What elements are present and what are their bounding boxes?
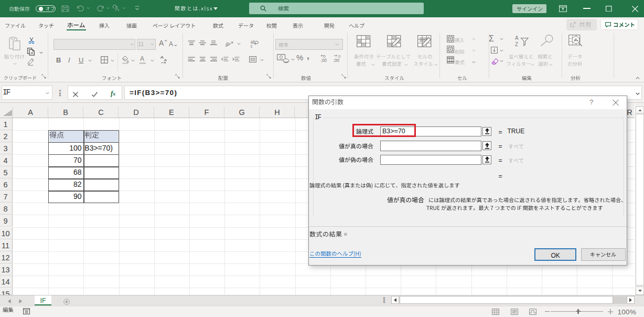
svg-text:0: 0 (338, 54, 340, 59)
svg-text:Z: Z (515, 41, 518, 47)
svg-text:c: c (251, 44, 253, 48)
svg-text:A: A (515, 35, 519, 41)
svg-text:0: 0 (324, 54, 326, 59)
